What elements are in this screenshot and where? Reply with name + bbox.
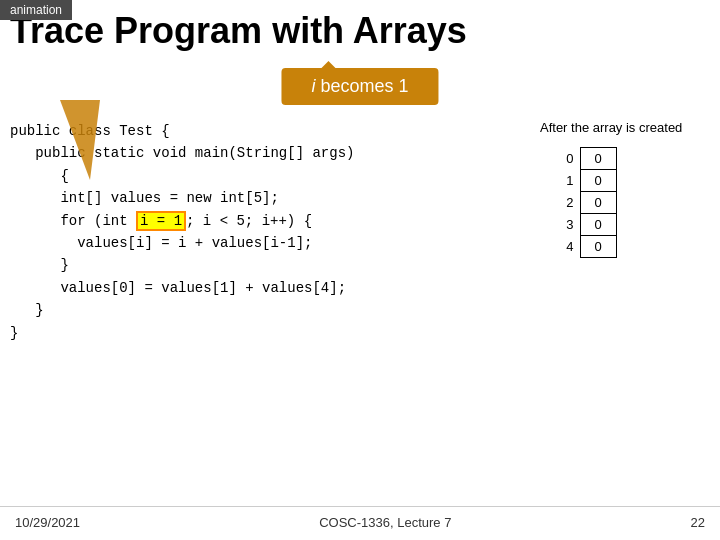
tooltip-banner: i becomes 1 [281, 68, 438, 105]
array-index-cell: 2 [560, 192, 580, 214]
footer-course: COSC-1336, Lecture 7 [319, 515, 451, 530]
array-row: 40 [560, 236, 616, 258]
code-line-8: values[0] = values[1] + values[4]; [10, 277, 354, 299]
array-panel-label: After the array is created [540, 120, 700, 135]
array-row: 20 [560, 192, 616, 214]
array-body: 0010203040 [560, 148, 616, 258]
array-table: 0010203040 [560, 147, 617, 258]
footer-page: 22 [691, 515, 705, 530]
array-index-cell: 4 [560, 236, 580, 258]
arrow-decoration [60, 100, 100, 180]
array-value-cell: 0 [580, 192, 616, 214]
array-value-cell: 0 [580, 214, 616, 236]
array-value-cell: 0 [580, 170, 616, 192]
array-row: 10 [560, 170, 616, 192]
array-row: 00 [560, 148, 616, 170]
page-title: Trace Program with Arrays [10, 10, 467, 52]
code-line-5: for (int i = 1; i < 5; i++) { [10, 210, 354, 232]
code-line-9: } [10, 299, 354, 321]
animation-tab: animation [0, 0, 72, 20]
array-index-cell: 3 [560, 214, 580, 236]
code-line-7: } [10, 254, 354, 276]
code-line-6: values[i] = i + values[i-1]; [10, 232, 354, 254]
array-panel: After the array is created 0010203040 [540, 120, 700, 258]
array-index-cell: 1 [560, 170, 580, 192]
array-index-cell: 0 [560, 148, 580, 170]
array-value-cell: 0 [580, 236, 616, 258]
footer-date: 10/29/2021 [15, 515, 80, 530]
tooltip-plain: becomes 1 [315, 76, 408, 96]
code-highlight: i = 1 [136, 211, 186, 231]
array-value-cell: 0 [580, 148, 616, 170]
footer: 10/29/2021 COSC-1336, Lecture 7 22 [0, 506, 720, 530]
code-line-4: int[] values = new int[5]; [10, 187, 354, 209]
array-row: 30 [560, 214, 616, 236]
animation-tab-label: animation [10, 3, 62, 17]
code-line-10: } [10, 322, 354, 344]
